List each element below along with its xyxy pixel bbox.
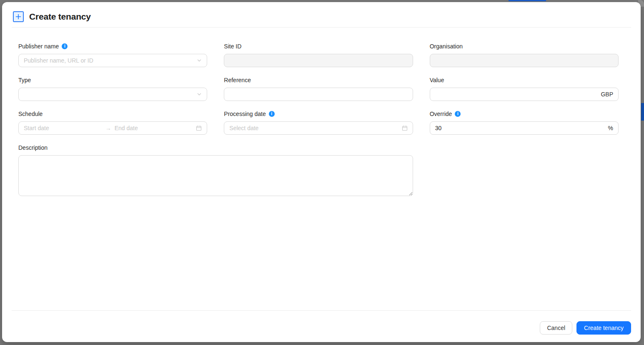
publisher-name-field: Publisher name i bbox=[18, 42, 207, 67]
info-circle-icon[interactable]: i bbox=[62, 43, 68, 49]
processing-date-field: Processing date i bbox=[224, 109, 413, 135]
calendar-icon bbox=[402, 125, 408, 131]
type-field: Type bbox=[18, 76, 207, 101]
schedule-field: Schedule → bbox=[18, 109, 207, 135]
modal-body: Publisher name i Site ID bbox=[2, 28, 641, 196]
type-select[interactable] bbox=[18, 88, 207, 101]
organisation-label: Organisation bbox=[430, 42, 463, 51]
processing-date-picker[interactable] bbox=[224, 121, 413, 135]
override-input[interactable]: % bbox=[430, 121, 619, 135]
chevron-down-icon bbox=[197, 58, 202, 63]
site-id-input-inner bbox=[229, 57, 407, 64]
description-label: Description bbox=[18, 143, 48, 152]
info-circle-icon[interactable]: i bbox=[455, 111, 461, 117]
type-label: Type bbox=[18, 76, 31, 85]
end-date-input[interactable] bbox=[115, 125, 193, 131]
site-id-field: Site ID bbox=[224, 42, 413, 67]
publisher-name-select[interactable] bbox=[18, 54, 207, 67]
arrow-right-icon: → bbox=[105, 125, 111, 131]
reference-label: Reference bbox=[224, 76, 251, 85]
site-id-label: Site ID bbox=[224, 42, 241, 51]
create-tenancy-form: Publisher name i Site ID bbox=[18, 42, 619, 196]
background-page-right-accent bbox=[641, 103, 644, 121]
schedule-range-picker[interactable]: → bbox=[18, 121, 207, 135]
publisher-name-label: Publisher name bbox=[18, 42, 59, 51]
page-title: Create tenancy bbox=[29, 12, 91, 22]
info-circle-icon[interactable]: i bbox=[269, 111, 275, 117]
organisation-input-inner bbox=[435, 57, 613, 64]
currency-suffix: GBP bbox=[601, 91, 613, 98]
cancel-button[interactable]: Cancel bbox=[540, 321, 572, 335]
site-id-input bbox=[224, 54, 413, 67]
reference-input[interactable] bbox=[224, 88, 413, 101]
publisher-name-input[interactable] bbox=[24, 57, 193, 64]
value-label: Value bbox=[430, 76, 444, 85]
organisation-input bbox=[430, 54, 619, 67]
plus-square-icon bbox=[13, 11, 24, 22]
override-input-inner[interactable] bbox=[435, 125, 605, 131]
description-textarea[interactable] bbox=[18, 155, 413, 196]
calendar-icon bbox=[196, 125, 202, 131]
value-input[interactable]: GBP bbox=[430, 88, 619, 101]
reference-input-inner[interactable] bbox=[229, 91, 407, 98]
modal-header: Create tenancy bbox=[2, 2, 641, 27]
create-tenancy-button[interactable]: Create tenancy bbox=[576, 321, 631, 335]
background-page-top-accent bbox=[509, 0, 546, 1]
start-date-input[interactable] bbox=[24, 125, 102, 131]
override-label: Override bbox=[430, 109, 452, 118]
type-select-value[interactable] bbox=[24, 91, 193, 98]
override-field: Override i % bbox=[430, 109, 619, 135]
reference-field: Reference bbox=[224, 76, 413, 101]
processing-date-label: Processing date bbox=[224, 109, 266, 118]
organisation-field: Organisation bbox=[430, 42, 619, 67]
value-input-inner[interactable] bbox=[435, 91, 598, 98]
create-tenancy-modal: Create tenancy Publisher name i Si bbox=[2, 2, 641, 342]
chevron-down-icon bbox=[197, 92, 202, 97]
modal-footer: Cancel Create tenancy bbox=[12, 310, 631, 342]
processing-date-input[interactable] bbox=[229, 125, 398, 131]
schedule-label: Schedule bbox=[18, 109, 43, 118]
value-field: Value GBP bbox=[430, 76, 619, 101]
description-field: Description bbox=[18, 143, 413, 196]
percent-suffix: % bbox=[608, 125, 613, 131]
